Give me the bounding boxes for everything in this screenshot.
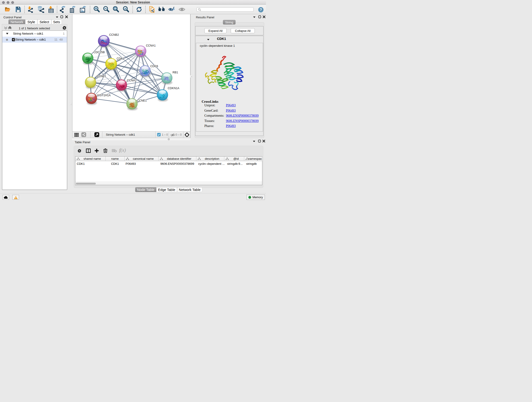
svg-text:CDKN1A: CDKN1A — [168, 87, 179, 90]
svg-text:RB1: RB1 — [172, 71, 178, 74]
svg-text:CCNA1: CCNA1 — [146, 44, 156, 47]
svg-text:CCNB1: CCNB1 — [96, 75, 106, 78]
svg-text:CDC25B: CDC25B — [94, 51, 105, 54]
svg-text:HIST1H1A: HIST1H1A — [97, 94, 111, 97]
svg-text:CCNE1: CCNE1 — [137, 99, 147, 102]
svg-text:CCNA2: CCNA2 — [127, 79, 137, 82]
svg-text:CDK1: CDK1 — [117, 57, 124, 60]
svg-text:CCNB2: CCNB2 — [109, 33, 119, 36]
svg-text:CDC6: CDC6 — [150, 65, 158, 68]
